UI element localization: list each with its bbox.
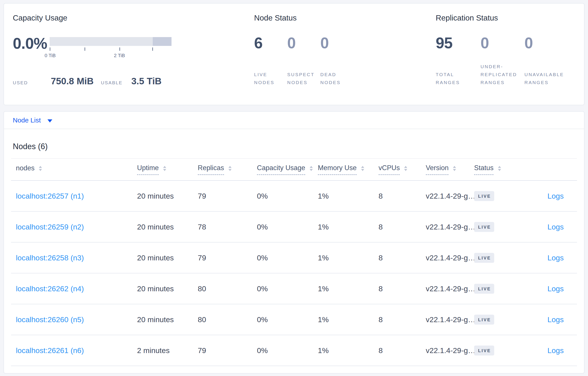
node-link[interactable]: localhost:26261 (n6): [16, 346, 84, 355]
cluster-summary-panel: Capacity Usage 0.0% 0 TiB 2: [3, 3, 585, 105]
sort-icon: [229, 166, 231, 171]
under-replicated-ranges-stat: 0 UNDER-REPLICATED RANGES: [481, 35, 525, 86]
axis-label-2tib: 2 TiB: [114, 53, 125, 58]
capacity-bar-track: [50, 37, 171, 46]
vcpus-cell: 8: [378, 192, 426, 200]
sort-icon: [163, 166, 166, 171]
capacity-usage-cell: 0%: [257, 253, 318, 262]
logs-link[interactable]: Logs: [547, 192, 564, 200]
replicas-cell: 79: [198, 253, 257, 262]
status-badge: LIVE: [474, 345, 494, 355]
memory-use-cell: 1%: [318, 315, 378, 324]
vcpus-cell: 8: [378, 223, 426, 231]
suspect-nodes-value: 0: [287, 35, 320, 51]
under-replicated-ranges-label: UNDER-REPLICATED RANGES: [481, 63, 521, 86]
column-header-nodes[interactable]: nodes: [16, 164, 137, 175]
version-cell: v22.1.4-29-g…: [426, 315, 474, 324]
sort-icon: [361, 166, 364, 171]
column-header-memory-use[interactable]: Memory Use: [318, 164, 378, 175]
sort-icon: [404, 166, 407, 171]
sort-icon: [39, 166, 42, 171]
unavailable-ranges-label: UNAVAILABLE RANGES: [525, 71, 572, 86]
capacity-usage-title: Capacity Usage: [13, 13, 254, 22]
suspect-nodes-stat: 0 SUSPECT NODES: [287, 35, 320, 86]
capacity-usage-cell: 0%: [257, 192, 318, 200]
table-row: localhost:26261 (n6) 2 minutes 79 0% 1% …: [11, 335, 577, 366]
replication-status-title: Replication Status: [436, 13, 575, 22]
version-cell: v22.1.4-29-g…: [426, 284, 474, 293]
replicas-cell: 78: [198, 223, 257, 231]
node-link[interactable]: localhost:26260 (n5): [16, 315, 84, 324]
usable-value: 3.5 TiB: [131, 76, 162, 86]
dead-nodes-label: DEAD NODES: [320, 71, 349, 86]
table-row: localhost:26257 (n1) 20 minutes 79 0% 1%…: [11, 181, 577, 212]
unavailable-ranges-stat: 0 UNAVAILABLE RANGES: [525, 35, 575, 86]
uptime-cell: 20 minutes: [137, 284, 198, 293]
vcpus-cell: 8: [378, 315, 426, 324]
capacity-used-percent: 0.0%: [13, 35, 50, 52]
node-link[interactable]: localhost:26259 (n2): [16, 223, 84, 231]
sort-icon: [310, 166, 313, 171]
version-cell: v22.1.4-29-g…: [426, 346, 474, 355]
capacity-bar-chart: 0 TiB 2 TiB: [50, 35, 171, 58]
node-link[interactable]: localhost:26262 (n4): [16, 284, 84, 293]
node-status-title: Node Status: [254, 13, 436, 22]
logs-link[interactable]: Logs: [547, 315, 564, 324]
dead-nodes-stat: 0 DEAD NODES: [320, 35, 360, 86]
usable-label: USABLE: [101, 80, 123, 85]
suspect-nodes-label: SUSPECT NODES: [287, 71, 316, 86]
replicas-cell: 80: [198, 284, 257, 293]
memory-use-cell: 1%: [318, 284, 378, 293]
live-nodes-value: 6: [254, 35, 287, 51]
uptime-cell: 20 minutes: [137, 253, 198, 262]
nodes-table-title: Nodes (6): [13, 142, 575, 151]
version-cell: v22.1.4-29-g…: [426, 192, 474, 200]
column-header-vcpus[interactable]: vCPUs: [378, 164, 426, 175]
axis-tick: [119, 47, 120, 51]
replication-status-section: Replication Status 95 TOTAL RANGES 0 UND…: [436, 13, 575, 105]
status-badge: LIVE: [474, 284, 494, 294]
node-list-dropdown[interactable]: Node List: [13, 116, 52, 124]
logs-link[interactable]: Logs: [547, 253, 564, 262]
column-header-replicas[interactable]: Replicas: [198, 164, 257, 175]
table-row: localhost:26260 (n5) 20 minutes 80 0% 1%…: [11, 304, 577, 335]
sort-icon: [453, 166, 456, 171]
used-value: 750.8 MiB: [51, 76, 94, 86]
uptime-cell: 20 minutes: [137, 315, 198, 324]
status-badge: LIVE: [474, 191, 494, 201]
capacity-usage-cell: 0%: [257, 223, 318, 231]
status-badge: LIVE: [474, 315, 494, 324]
capacity-legend: USED 750.8 MiB USABLE 3.5 TiB: [13, 76, 254, 86]
live-nodes-label: LIVE NODES: [254, 71, 283, 86]
uptime-cell: 2 minutes: [137, 346, 198, 355]
unavailable-ranges-value: 0: [525, 35, 575, 51]
uptime-cell: 20 minutes: [137, 223, 198, 231]
replicas-cell: 79: [198, 346, 257, 355]
logs-link[interactable]: Logs: [547, 223, 564, 231]
node-link[interactable]: localhost:26257 (n1): [16, 192, 84, 200]
used-label: USED: [13, 80, 28, 85]
total-ranges-value: 95: [436, 35, 481, 51]
logs-link[interactable]: Logs: [547, 346, 564, 355]
logs-link[interactable]: Logs: [547, 284, 564, 293]
node-list-dropdown-label: Node List: [13, 116, 41, 124]
replicas-cell: 80: [198, 315, 257, 324]
column-header-version[interactable]: Version: [426, 164, 474, 175]
table-header-row: nodes Uptime Replicas Capacity Usage Mem…: [11, 159, 577, 181]
column-header-capacity-usage[interactable]: Capacity Usage: [257, 164, 318, 175]
vcpus-cell: 8: [378, 346, 426, 355]
dead-nodes-value: 0: [320, 35, 360, 51]
capacity-axis-ticks: [50, 47, 171, 52]
column-header-status[interactable]: Status: [474, 164, 525, 175]
table-row: localhost:26262 (n4) 20 minutes 80 0% 1%…: [11, 273, 577, 304]
memory-use-cell: 1%: [318, 223, 378, 231]
column-header-uptime[interactable]: Uptime: [137, 164, 198, 175]
total-ranges-label: TOTAL RANGES: [436, 71, 471, 86]
node-link[interactable]: localhost:26258 (n3): [16, 253, 84, 262]
replicas-cell: 79: [198, 192, 257, 200]
axis-label-0tib: 0 TiB: [45, 53, 56, 58]
capacity-usage-cell: 0%: [257, 346, 318, 355]
node-list-panel: Node List Nodes (6) nodes Uptime Replica…: [3, 111, 585, 374]
capacity-usage-section: Capacity Usage 0.0% 0 TiB 2: [13, 13, 254, 105]
memory-use-cell: 1%: [318, 346, 378, 355]
